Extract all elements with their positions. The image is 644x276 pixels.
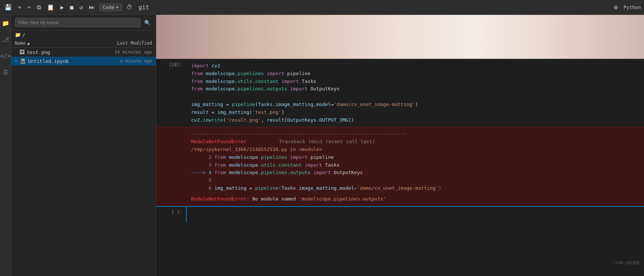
image-file-icon: 🖼 (19, 49, 25, 55)
file-modified: 14 minutes ago (115, 49, 152, 55)
code-line: cv2.imwrite('result.png', result[OutputK… (191, 116, 640, 124)
sort-icon: ▲ (27, 41, 30, 46)
image-cell (156, 15, 644, 59)
breadcrumb-path: / (22, 32, 25, 38)
code-line: from modelscope.pipelines import pipelin… (191, 70, 640, 78)
error-line: 6 img_matting = pipeline(Tasks.image_mat… (191, 184, 640, 192)
watermark: CSDN @南逢畦 (613, 260, 640, 266)
error-header: ModuleNotFoundError Traceback (most rece… (191, 138, 640, 146)
toolbar-left: 💾 + ✂ ⧉ 📋 ▶ ■ ↺ ⏭ Code ▾ ⏱ git (3, 2, 151, 12)
main-layout: 📁 ⎇ </> ☰ 🔍 📁 / Name ▲ Last Modified 🖼 (0, 15, 644, 276)
column-name[interactable]: Name ▲ (15, 41, 101, 46)
cut-icon[interactable]: ✂ (26, 2, 33, 12)
activity-bar: 📁 ⎇ </> ☰ (0, 15, 11, 276)
folder-icon: 📁 (15, 32, 21, 38)
image-preview (156, 15, 644, 59)
code-label: Code (103, 4, 114, 10)
error-line-arrow: ----> 4 from modelscope.pipelines.output… (191, 169, 640, 177)
notebook-area[interactable]: [18]: import cv2 from modelscope.pipelin… (156, 15, 644, 276)
error-separator: ----------------------------------------… (191, 130, 640, 138)
file-explorer: 🔍 📁 / Name ▲ Last Modified 🖼 test.png 14… (11, 15, 156, 276)
fast-forward-icon[interactable]: ⏭ (87, 2, 96, 12)
error-file: /tmp/ipykernel_1366/2148552516.py in <mo… (191, 146, 640, 154)
code-line: result = img_matting('test.png') (191, 109, 640, 116)
code-line: img_matting = pipeline(Tasks.image_matti… (191, 101, 640, 109)
stop-icon[interactable]: ■ (68, 2, 75, 12)
restart-icon[interactable]: ↺ (78, 2, 85, 12)
file-list-header: Name ▲ Last Modified (11, 39, 156, 48)
menu-icon[interactable]: ☰ (0, 67, 11, 77)
toolbar: 💾 + ✂ ⧉ 📋 ▶ ■ ↺ ⏭ Code ▾ ⏱ git ⚙ Python (0, 0, 644, 15)
add-icon[interactable]: + (16, 2, 23, 12)
error-content: ----------------------------------------… (186, 127, 644, 206)
empty-cell[interactable]: [ ]: (156, 206, 644, 222)
name-label: Name (15, 41, 26, 46)
extensions-icon[interactable]: </> (0, 51, 11, 61)
toolbar-right: ⚙ Python (612, 2, 641, 12)
file-item[interactable]: 🖼 test.png 14 minutes ago (11, 48, 156, 57)
file-item-active[interactable]: 📓 Untitled.ipynb a minute ago (11, 57, 156, 65)
code-line (191, 93, 640, 101)
files-icon[interactable]: 📁 (0, 18, 11, 28)
chevron-down-icon: ▾ (116, 4, 119, 10)
file-name: test.png (27, 49, 112, 55)
error-line: 3 from modelscope.utils.constant import … (191, 161, 640, 169)
cell-code-18[interactable]: import cv2 from modelscope.pipelines imp… (186, 59, 644, 127)
code-line: import cv2 (191, 62, 640, 70)
notebook-file-icon: 📓 (19, 58, 26, 64)
active-dot (15, 60, 17, 62)
code-dropdown[interactable]: Code ▾ (99, 3, 122, 11)
column-modified[interactable]: Last Modified (104, 41, 152, 46)
error-line: 2 from modelscope.pipelines import pipel… (191, 154, 640, 161)
save-icon[interactable]: 💾 (3, 2, 13, 12)
paste-icon[interactable]: 📋 (45, 2, 56, 12)
empty-cell-label: [ ]: (156, 207, 186, 222)
error-line: 5 (191, 177, 640, 184)
breadcrumb: 📁 / (11, 31, 156, 39)
file-modified: a minute ago (120, 58, 152, 64)
search-button[interactable]: 🔍 (143, 19, 152, 26)
code-cell-18: [18]: import cv2 from modelscope.pipelin… (156, 59, 644, 127)
git-label[interactable]: git (137, 2, 151, 12)
cell-number: [18]: (169, 62, 182, 67)
error-message: ModuleNotFoundError: No module named 'mo… (191, 195, 640, 203)
code-line: from modelscope.utils.constant import Ta… (191, 78, 640, 86)
clock-icon[interactable]: ⏱ (125, 2, 134, 12)
search-bar: 🔍 (11, 15, 156, 31)
python-label: Python (624, 4, 641, 10)
error-gutter (156, 127, 186, 206)
empty-cell-input[interactable] (186, 207, 644, 222)
empty-cell-number: [ ]: (171, 210, 182, 215)
copy-icon[interactable]: ⧉ (35, 2, 42, 12)
modified-label: Last Modified (117, 41, 152, 46)
code-line: from modelscope.pipelines.outputs import… (191, 85, 640, 93)
error-cell: ----------------------------------------… (156, 127, 644, 206)
run-icon[interactable]: ▶ (59, 2, 65, 12)
git-icon[interactable]: ⎇ (0, 34, 11, 45)
settings-icon[interactable]: ⚙ (612, 2, 619, 12)
search-input[interactable] (15, 18, 141, 27)
file-name: Untitled.ipynb (28, 58, 117, 64)
cell-label-18: [18]: (156, 59, 186, 127)
